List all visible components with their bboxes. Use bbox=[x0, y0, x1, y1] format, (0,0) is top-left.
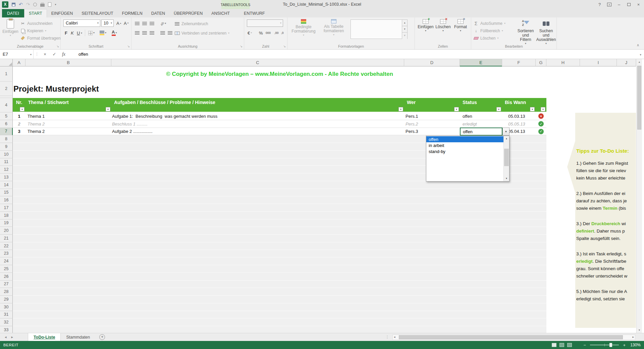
column-header-A[interactable]: A bbox=[13, 59, 25, 66]
sheet-nav-left-icon[interactable]: ◂ bbox=[5, 335, 7, 339]
column-header-I[interactable]: I bbox=[580, 59, 617, 66]
empty-row-24[interactable] bbox=[13, 257, 546, 265]
filter-button-G[interactable]: ▾ bbox=[541, 107, 545, 111]
redo-icon[interactable]: ↷ bbox=[26, 0, 30, 9]
page-break-view-button[interactable] bbox=[567, 343, 572, 347]
dropdown-scrollbar[interactable]: ▴ ▾ bbox=[503, 136, 509, 181]
row-header-18[interactable]: 18 bbox=[0, 212, 13, 219]
formula-bar-handle[interactable]: ⋮ bbox=[34, 52, 40, 56]
zoom-slider[interactable] bbox=[590, 345, 619, 345]
cell-E6[interactable]: erledigt bbox=[460, 120, 502, 128]
empty-row-30[interactable] bbox=[13, 303, 546, 311]
align-center-button[interactable] bbox=[142, 30, 148, 36]
merge-center-button[interactable]: Verbinden und zentrieren▾ bbox=[174, 30, 229, 36]
sort-filter-button[interactable]: AZ Sortieren und Filtern ▾ bbox=[516, 19, 535, 45]
scroll-up-button[interactable]: ▴ bbox=[637, 60, 642, 63]
zoom-slider-thumb[interactable] bbox=[609, 343, 612, 347]
delete-cells-button[interactable]: Löschen ▾ bbox=[435, 19, 451, 33]
row-header-15[interactable]: 15 bbox=[0, 189, 13, 197]
filter-button-E[interactable]: ▾ bbox=[496, 107, 501, 111]
save-icon[interactable] bbox=[12, 3, 15, 6]
new-sheet-button[interactable]: + bbox=[99, 334, 105, 340]
scroll-down-button[interactable]: ▾ bbox=[637, 329, 642, 332]
validation-dropdown-button[interactable]: ▼ bbox=[502, 128, 509, 136]
number-dialog-launcher[interactable]: ↘ bbox=[283, 45, 286, 48]
gallery-expand-button[interactable]: ▿ bbox=[402, 33, 407, 39]
empty-row-22[interactable] bbox=[13, 242, 546, 250]
cell-C7[interactable]: Aufgabe 2 ................ bbox=[111, 128, 404, 136]
row-header-10[interactable]: 10 bbox=[0, 151, 13, 158]
clear-button[interactable]: Löschen▾ bbox=[473, 35, 505, 41]
dropdown-item-offen[interactable]: offen bbox=[426, 136, 503, 142]
active-cell-e7[interactable]: offen bbox=[460, 128, 502, 136]
row-header-32[interactable]: 32 bbox=[0, 318, 13, 326]
format-painter-button[interactable]: Format übertragen bbox=[20, 35, 60, 41]
ribbon-tab-formeln[interactable]: FORMELN bbox=[118, 9, 147, 17]
row-header-26[interactable]: 26 bbox=[0, 273, 13, 281]
alignment-dialog-launcher[interactable]: ↘ bbox=[240, 45, 243, 48]
cell-C5[interactable]: Aufgabe 1: Beschreibung was gemacht werd… bbox=[111, 112, 404, 120]
select-all-corner[interactable] bbox=[0, 59, 13, 66]
clipboard-dialog-launcher[interactable]: ↘ bbox=[56, 45, 59, 48]
scroll-right-button[interactable]: ▸ bbox=[632, 335, 634, 339]
row-header-13[interactable]: 13 bbox=[0, 173, 13, 181]
align-bottom-button[interactable] bbox=[149, 20, 155, 27]
filter-button-F[interactable]: ▾ bbox=[530, 107, 535, 111]
increase-decimal-button[interactable]: ,00 bbox=[274, 30, 279, 36]
horizontal-scroll-thumb[interactable] bbox=[399, 335, 623, 339]
fill-button[interactable]: ↓Füllbereich▾ bbox=[473, 28, 505, 34]
zoom-out-button[interactable]: − bbox=[583, 343, 586, 348]
conditional-formatting-button[interactable]: Bedingte Formatierung ▾ bbox=[289, 19, 318, 37]
cell-B7[interactable]: Thema 2 bbox=[25, 128, 111, 136]
cell-D5[interactable]: Pers.1 bbox=[404, 112, 460, 120]
paste-button[interactable]: Einfügen ▾ bbox=[1, 19, 19, 37]
empty-row-31[interactable] bbox=[13, 311, 546, 319]
scroll-left-button[interactable]: ◂ bbox=[394, 335, 395, 339]
ribbon-tab-seitenlayout[interactable]: SEITENLAYOUT bbox=[77, 9, 117, 17]
italic-button[interactable]: K bbox=[70, 30, 74, 36]
decrease-indent-button[interactable] bbox=[160, 30, 166, 36]
collapse-ribbon-button[interactable]: ∧ bbox=[637, 43, 639, 47]
align-middle-button[interactable] bbox=[142, 20, 148, 27]
help-button[interactable]: ? bbox=[595, 0, 604, 9]
cell-F5[interactable]: 05.03.13 bbox=[502, 112, 536, 120]
customize-qat-icon[interactable]: ▾ bbox=[55, 3, 56, 6]
column-header-H[interactable]: H bbox=[546, 59, 580, 66]
row-header-27[interactable]: 27 bbox=[0, 281, 13, 288]
vertical-scrollbar[interactable]: ▴ ▾ bbox=[636, 59, 642, 333]
close-button[interactable]: × bbox=[634, 0, 643, 9]
font-color-button[interactable]: A▾ bbox=[111, 30, 117, 36]
row-header-20[interactable]: 20 bbox=[0, 227, 13, 235]
borders-button[interactable]: ▾ bbox=[88, 30, 95, 36]
column-header-B[interactable]: B bbox=[25, 59, 111, 66]
sheet-tab-todo-liste[interactable]: ToDo-Liste bbox=[28, 333, 61, 341]
orientation-button[interactable]: ab▾ bbox=[160, 20, 167, 27]
empty-row-28[interactable] bbox=[13, 288, 546, 296]
cell-B6[interactable]: Thema 2 bbox=[25, 120, 111, 128]
empty-row-16[interactable] bbox=[13, 196, 546, 204]
dropdown-scroll-up-button[interactable]: ▴ bbox=[504, 136, 509, 141]
row-header-30[interactable]: 30 bbox=[0, 303, 13, 311]
percent-format-button[interactable]: % bbox=[258, 30, 264, 36]
touch-mode-icon[interactable] bbox=[33, 3, 37, 6]
copy-button[interactable]: Kopieren▾ bbox=[20, 28, 60, 34]
sheet-tab-stammdaten[interactable]: Stammdaten bbox=[61, 333, 95, 341]
number-format-combo[interactable]: ▾ bbox=[247, 19, 283, 27]
find-select-button[interactable]: Suchen und Auswählen ▾ bbox=[536, 19, 556, 45]
ribbon-tab-einfügen[interactable]: EINFÜGEN bbox=[47, 9, 77, 17]
row-header-5[interactable]: 5 bbox=[0, 112, 13, 120]
gallery-scroll-up-button[interactable]: ▴ bbox=[402, 20, 407, 26]
print-icon[interactable] bbox=[40, 4, 45, 7]
empty-row-20[interactable] bbox=[13, 227, 546, 235]
dropdown-scroll-thumb[interactable] bbox=[504, 149, 509, 166]
cell-E5[interactable]: offen bbox=[460, 112, 502, 120]
empty-row-27[interactable] bbox=[13, 281, 546, 288]
cell-D7[interactable]: Pers.3 bbox=[404, 128, 460, 136]
underline-button[interactable]: U bbox=[76, 30, 80, 36]
font-size-combo[interactable]: 10▾ bbox=[101, 19, 114, 27]
row-header-29[interactable]: 29 bbox=[0, 296, 13, 303]
empty-row-19[interactable] bbox=[13, 219, 546, 227]
normal-view-button[interactable] bbox=[552, 343, 556, 347]
zoom-level[interactable]: 130% bbox=[630, 343, 641, 347]
empty-row-23[interactable] bbox=[13, 250, 546, 258]
